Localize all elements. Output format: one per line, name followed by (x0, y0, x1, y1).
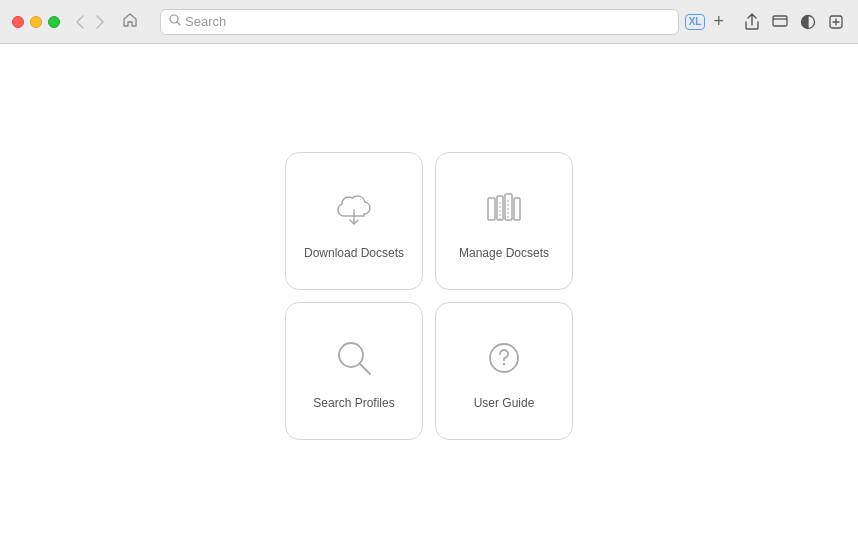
cloud-download-icon (328, 182, 380, 234)
search-profiles-card[interactable]: Search Profiles (285, 302, 423, 440)
svg-rect-4 (488, 198, 495, 220)
user-guide-card[interactable]: User Guide (435, 302, 573, 440)
nav-buttons (72, 13, 108, 31)
share-button[interactable] (742, 11, 762, 33)
close-button[interactable] (12, 16, 24, 28)
back-button[interactable] (72, 13, 88, 31)
xl-badge: XL (685, 14, 706, 30)
minimize-button[interactable] (30, 16, 42, 28)
main-content: Download Docsets Manage D (0, 44, 858, 548)
browser-chrome: Search XL + (0, 0, 858, 44)
home-button[interactable] (116, 10, 144, 34)
help-circle-icon (478, 332, 530, 384)
svg-rect-1 (773, 16, 787, 26)
manage-docsets-label: Manage Docsets (459, 246, 549, 260)
search-icon (169, 14, 181, 29)
new-tab-button[interactable]: + (711, 9, 726, 34)
search-profiles-label: Search Profiles (313, 396, 394, 410)
books-icon (478, 182, 530, 234)
maximize-button[interactable] (48, 16, 60, 28)
svg-rect-7 (514, 198, 520, 220)
traffic-lights (12, 16, 60, 28)
theme-toggle-button[interactable] (798, 12, 818, 32)
user-guide-label: User Guide (474, 396, 535, 410)
forward-button[interactable] (92, 13, 108, 31)
download-docsets-card[interactable]: Download Docsets (285, 152, 423, 290)
edit-button[interactable] (826, 12, 846, 32)
address-bar[interactable]: Search (160, 9, 679, 35)
magnifier-icon (328, 332, 380, 384)
svg-point-12 (503, 363, 505, 365)
manage-docsets-card[interactable]: Manage Docsets (435, 152, 573, 290)
download-docsets-label: Download Docsets (304, 246, 404, 260)
card-grid: Download Docsets Manage D (285, 152, 573, 440)
address-bar-area: Search XL + (160, 9, 726, 35)
search-placeholder: Search (185, 14, 226, 29)
toolbar-right (742, 11, 846, 33)
tabs-overview-button[interactable] (770, 13, 790, 31)
